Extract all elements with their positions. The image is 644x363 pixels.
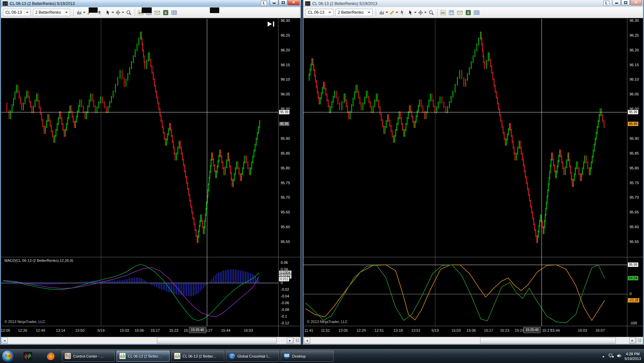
zoom-button[interactable] (428, 8, 435, 16)
price-axis-label: 96.05 (630, 92, 639, 96)
titlebar[interactable]: CL 06-13 (2 BetterRenko) 5/19/2013 L × (1, 0, 301, 7)
copyright-label: © 2013 NinjaTrader, LLC (4, 320, 45, 324)
clock-date: 5/19/2013 (625, 356, 641, 361)
chevron-down-icon (328, 12, 331, 14)
zoom-button[interactable] (125, 8, 133, 16)
time-axis-label: 16:03 (578, 328, 587, 332)
taskbar-button[interactable]: CL 06-13 (2 Better... (171, 351, 224, 362)
indicator-axis-label: -0.12 (281, 321, 289, 325)
trading-app-quicklaunch-icon[interactable] (23, 351, 33, 361)
taskbar-button-label: Global CrossHair I... (237, 354, 271, 358)
time-axis-label: 11:41 (304, 328, 313, 332)
scroll-right-button[interactable]: ► (629, 337, 636, 344)
taskbar: ▲ 4:28 PM 5/19/2013 Control Center - ...… (0, 349, 644, 363)
time-axis-label: 5/19 (97, 328, 104, 332)
crosshair-time-box: 15:25:40 (189, 327, 206, 333)
start-button[interactable] (2, 350, 14, 362)
minimize-button[interactable] (612, 0, 621, 5)
scroll-right-button[interactable]: ► (287, 337, 293, 344)
horizontal-scrollbar[interactable]: ◄► (1, 337, 301, 344)
oscillator-orange-line (306, 265, 605, 320)
scroll-thumb[interactable] (157, 337, 277, 344)
draw-marker-button[interactable] (399, 8, 407, 16)
signal-line (3, 268, 259, 317)
strategies-button[interactable]: $ (162, 8, 170, 16)
time-axis-label: 15:06 (467, 328, 476, 332)
price-axis-label: 95.60 (630, 225, 639, 229)
close-button[interactable]: × (630, 0, 642, 5)
time-axis-label: 12:49 (36, 328, 45, 332)
price-axis-label: 95.85 (281, 151, 290, 155)
indicator-axis-label: -100 (630, 321, 637, 325)
taskbar-button[interactable]: CL 06-13 (2 Better... (117, 351, 170, 362)
chart-window-right: CL 06-13 (2 BetterRenko) 5/19/2013 L × C… (303, 0, 644, 345)
chart-area[interactable]: 96.3096.2596.2096.1596.1096.0596.0095.95… (304, 18, 643, 337)
close-button[interactable]: × (288, 0, 300, 5)
network-icon[interactable] (609, 353, 614, 359)
data-series-button[interactable] (448, 8, 455, 16)
cursor-mode-button[interactable] (408, 8, 417, 16)
chart-area[interactable]: 96.3096.2596.2096.1596.1096.0596.0095.95… (1, 18, 301, 337)
period-selector[interactable]: 2 BetterRenko (33, 9, 70, 16)
chevron-down-icon (65, 12, 68, 14)
toolbar-separator (73, 9, 74, 16)
link-button[interactable]: L (261, 1, 267, 6)
properties-button[interactable] (473, 8, 480, 16)
period-type-button[interactable] (379, 8, 388, 16)
chart-window-left: CL 06-13 (2 BetterRenko) 5/19/2013 L × C… (0, 0, 302, 345)
titlebar[interactable]: CL 06-13 (2 BetterRenko) 5/19/2013 L × (304, 0, 643, 7)
scroll-left-button[interactable]: ◄ (304, 337, 310, 344)
indicator-axis-label: -0.1 (281, 314, 287, 318)
scroll-left-button[interactable]: ◄ (1, 337, 8, 344)
instrument-selector[interactable]: CL 06-13 (3, 9, 31, 16)
taskbar-button[interactable]: Desktop (281, 351, 334, 362)
price-axis-label: 96.25 (630, 33, 639, 37)
maximize-button[interactable] (279, 0, 287, 5)
taskbar-clock[interactable]: 4:28 PM 5/19/2013 (625, 352, 642, 361)
time-axis-label: 15:17 (484, 328, 493, 332)
stamp-icon (97, 10, 103, 15)
show-hidden-icons-button[interactable]: ▲ (601, 355, 606, 358)
alerts-button[interactable] (154, 8, 161, 16)
price-axis-label: 95.90 (630, 136, 639, 140)
horizontal-scrollbar[interactable]: ◄► (304, 337, 643, 344)
price-axis-label: 95.80 (281, 166, 290, 170)
dropdown-caret-icon (385, 12, 388, 14)
sbox-icon: $ (163, 10, 169, 15)
dropdown-caret-icon (396, 12, 398, 14)
alerts-button[interactable] (456, 8, 464, 16)
volume-icon[interactable] (617, 353, 622, 359)
taskbar-button[interactable]: eGlobal CrossHair I... (226, 351, 279, 362)
period-type-button[interactable] (77, 8, 86, 16)
period-selector[interactable]: 2 BetterRenko (335, 9, 373, 16)
maximize-button[interactable] (621, 0, 630, 5)
time-axis-label: 15:23 (500, 328, 509, 332)
macd-line (3, 264, 259, 321)
properties-button[interactable] (171, 8, 178, 16)
price-axis-label: 95.70 (281, 195, 290, 199)
chart-trader-button[interactable] (440, 8, 447, 16)
drawing-tools-button[interactable] (389, 8, 398, 16)
indicator-axis-label: -0.04 (281, 294, 289, 298)
scroll-thumb[interactable] (480, 337, 616, 344)
instrument-selector[interactable]: CL 06-13 (306, 9, 333, 16)
time-axis-label: 15:23 (169, 328, 179, 332)
price-axis-label: 96.10 (630, 77, 639, 81)
ninjatrader-icon (64, 353, 71, 360)
scrollbar-grip[interactable] (636, 337, 643, 344)
crosshair-button[interactable] (418, 8, 427, 16)
price-axis-label: 95.85 (630, 151, 639, 155)
minimize-button[interactable] (270, 0, 278, 5)
taskbar-button[interactable]: Control Center - ... (62, 351, 115, 362)
toolbar-separator (437, 9, 438, 16)
table-icon (474, 10, 479, 15)
last-price-box: 95.95 (279, 121, 290, 126)
time-axis-label: 16:03 (244, 328, 253, 332)
strategies-button[interactable]: $ (465, 8, 472, 16)
firefox-icon[interactable] (46, 351, 56, 361)
scrollbar-grip[interactable] (293, 337, 301, 344)
crosshair-button[interactable] (115, 8, 124, 16)
cursor-mode-button[interactable] (105, 8, 114, 16)
link-button[interactable]: L (603, 1, 609, 6)
taskbar-button-label: Desktop (292, 354, 306, 358)
